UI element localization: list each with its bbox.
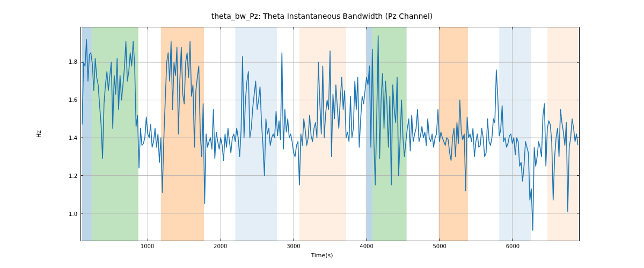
highlight-band [299,27,346,241]
highlight-band [547,27,578,241]
y-tick-label: 1.6 [69,97,77,103]
x-tick-label: 5000 [433,243,447,249]
highlight-band [499,27,531,241]
y-tick-label: 1.0 [69,211,77,217]
x-axis-label: Time(s) [0,252,644,259]
y-axis-label: Hz [35,130,42,138]
x-tick-label: 6000 [506,243,519,249]
plot-svg [81,27,579,241]
figure: theta_bw_Pz: Theta Instantaneous Bandwid… [0,0,644,268]
plot-area [80,27,580,241]
x-tick-label: 2000 [214,243,227,249]
y-tick-label: 1.4 [69,135,77,141]
y-tick-label: 1.8 [69,59,77,65]
y-tick-label: 1.2 [69,173,77,178]
x-tick-label: 3000 [287,243,300,249]
highlight-band [235,27,276,241]
x-tick-label: 4000 [360,243,373,249]
x-tick-label: 1000 [141,243,154,249]
chart-title: theta_bw_Pz: Theta Instantaneous Bandwid… [0,12,644,20]
